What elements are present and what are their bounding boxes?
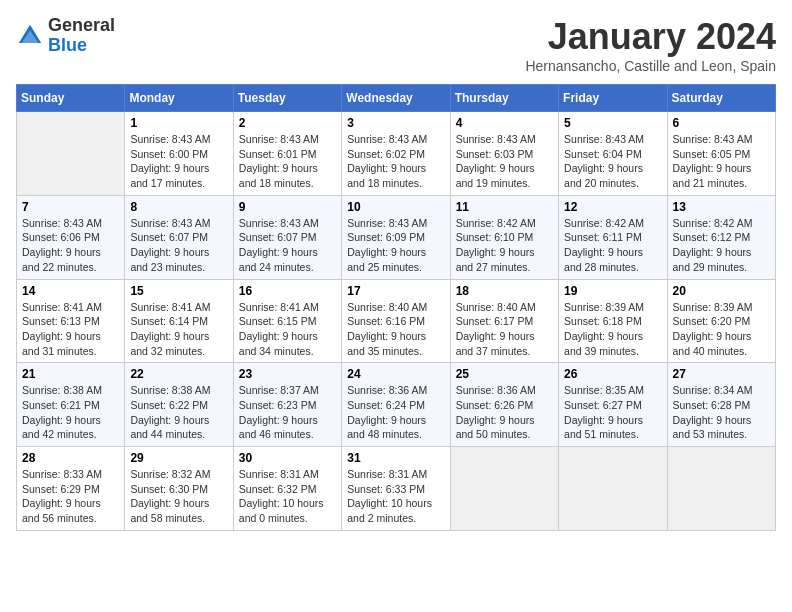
day-number: 26	[564, 367, 661, 381]
header-day: Saturday	[667, 85, 775, 112]
header-day: Friday	[559, 85, 667, 112]
day-number: 3	[347, 116, 444, 130]
day-number: 18	[456, 284, 553, 298]
calendar-week-row: 14Sunrise: 8:41 AMSunset: 6:13 PMDayligh…	[17, 279, 776, 363]
day-detail: Sunrise: 8:43 AMSunset: 6:03 PMDaylight:…	[456, 132, 553, 191]
calendar-cell: 5Sunrise: 8:43 AMSunset: 6:04 PMDaylight…	[559, 112, 667, 196]
day-number: 5	[564, 116, 661, 130]
day-detail: Sunrise: 8:36 AMSunset: 6:24 PMDaylight:…	[347, 383, 444, 442]
calendar-week-row: 21Sunrise: 8:38 AMSunset: 6:21 PMDayligh…	[17, 363, 776, 447]
calendar-cell: 29Sunrise: 8:32 AMSunset: 6:30 PMDayligh…	[125, 447, 233, 531]
calendar-cell	[17, 112, 125, 196]
day-number: 19	[564, 284, 661, 298]
page-header: General Blue January 2024 Hernansancho, …	[16, 16, 776, 74]
logo-text: General Blue	[48, 16, 115, 56]
day-detail: Sunrise: 8:43 AMSunset: 6:05 PMDaylight:…	[673, 132, 770, 191]
calendar-cell: 14Sunrise: 8:41 AMSunset: 6:13 PMDayligh…	[17, 279, 125, 363]
logo: General Blue	[16, 16, 115, 56]
day-number: 14	[22, 284, 119, 298]
day-detail: Sunrise: 8:41 AMSunset: 6:14 PMDaylight:…	[130, 300, 227, 359]
day-detail: Sunrise: 8:32 AMSunset: 6:30 PMDaylight:…	[130, 467, 227, 526]
header-day: Monday	[125, 85, 233, 112]
calendar-cell: 10Sunrise: 8:43 AMSunset: 6:09 PMDayligh…	[342, 195, 450, 279]
calendar-cell: 8Sunrise: 8:43 AMSunset: 6:07 PMDaylight…	[125, 195, 233, 279]
calendar-cell: 28Sunrise: 8:33 AMSunset: 6:29 PMDayligh…	[17, 447, 125, 531]
day-detail: Sunrise: 8:35 AMSunset: 6:27 PMDaylight:…	[564, 383, 661, 442]
day-detail: Sunrise: 8:39 AMSunset: 6:20 PMDaylight:…	[673, 300, 770, 359]
day-number: 1	[130, 116, 227, 130]
calendar-cell: 17Sunrise: 8:40 AMSunset: 6:16 PMDayligh…	[342, 279, 450, 363]
day-number: 24	[347, 367, 444, 381]
calendar-cell: 19Sunrise: 8:39 AMSunset: 6:18 PMDayligh…	[559, 279, 667, 363]
day-number: 29	[130, 451, 227, 465]
header-day: Sunday	[17, 85, 125, 112]
day-number: 27	[673, 367, 770, 381]
day-detail: Sunrise: 8:38 AMSunset: 6:21 PMDaylight:…	[22, 383, 119, 442]
calendar-cell: 18Sunrise: 8:40 AMSunset: 6:17 PMDayligh…	[450, 279, 558, 363]
day-number: 20	[673, 284, 770, 298]
day-detail: Sunrise: 8:43 AMSunset: 6:09 PMDaylight:…	[347, 216, 444, 275]
calendar-cell: 12Sunrise: 8:42 AMSunset: 6:11 PMDayligh…	[559, 195, 667, 279]
calendar-cell: 24Sunrise: 8:36 AMSunset: 6:24 PMDayligh…	[342, 363, 450, 447]
day-number: 15	[130, 284, 227, 298]
calendar-subtitle: Hernansancho, Castille and Leon, Spain	[525, 58, 776, 74]
calendar-cell	[559, 447, 667, 531]
calendar-cell: 25Sunrise: 8:36 AMSunset: 6:26 PMDayligh…	[450, 363, 558, 447]
calendar-cell: 13Sunrise: 8:42 AMSunset: 6:12 PMDayligh…	[667, 195, 775, 279]
calendar-header: SundayMondayTuesdayWednesdayThursdayFrid…	[17, 85, 776, 112]
calendar-cell: 15Sunrise: 8:41 AMSunset: 6:14 PMDayligh…	[125, 279, 233, 363]
calendar-body: 1Sunrise: 8:43 AMSunset: 6:00 PMDaylight…	[17, 112, 776, 531]
day-number: 23	[239, 367, 336, 381]
day-number: 2	[239, 116, 336, 130]
day-number: 30	[239, 451, 336, 465]
day-detail: Sunrise: 8:38 AMSunset: 6:22 PMDaylight:…	[130, 383, 227, 442]
calendar-cell: 7Sunrise: 8:43 AMSunset: 6:06 PMDaylight…	[17, 195, 125, 279]
day-detail: Sunrise: 8:33 AMSunset: 6:29 PMDaylight:…	[22, 467, 119, 526]
day-detail: Sunrise: 8:34 AMSunset: 6:28 PMDaylight:…	[673, 383, 770, 442]
day-detail: Sunrise: 8:42 AMSunset: 6:12 PMDaylight:…	[673, 216, 770, 275]
day-detail: Sunrise: 8:31 AMSunset: 6:33 PMDaylight:…	[347, 467, 444, 526]
calendar-cell: 16Sunrise: 8:41 AMSunset: 6:15 PMDayligh…	[233, 279, 341, 363]
day-detail: Sunrise: 8:40 AMSunset: 6:17 PMDaylight:…	[456, 300, 553, 359]
day-detail: Sunrise: 8:43 AMSunset: 6:02 PMDaylight:…	[347, 132, 444, 191]
day-detail: Sunrise: 8:42 AMSunset: 6:10 PMDaylight:…	[456, 216, 553, 275]
day-detail: Sunrise: 8:43 AMSunset: 6:07 PMDaylight:…	[130, 216, 227, 275]
calendar-cell: 6Sunrise: 8:43 AMSunset: 6:05 PMDaylight…	[667, 112, 775, 196]
calendar-week-row: 28Sunrise: 8:33 AMSunset: 6:29 PMDayligh…	[17, 447, 776, 531]
day-number: 8	[130, 200, 227, 214]
day-number: 22	[130, 367, 227, 381]
day-detail: Sunrise: 8:41 AMSunset: 6:15 PMDaylight:…	[239, 300, 336, 359]
day-detail: Sunrise: 8:43 AMSunset: 6:04 PMDaylight:…	[564, 132, 661, 191]
calendar-cell	[667, 447, 775, 531]
calendar-cell: 23Sunrise: 8:37 AMSunset: 6:23 PMDayligh…	[233, 363, 341, 447]
day-detail: Sunrise: 8:39 AMSunset: 6:18 PMDaylight:…	[564, 300, 661, 359]
title-section: January 2024 Hernansancho, Castille and …	[525, 16, 776, 74]
day-number: 12	[564, 200, 661, 214]
day-detail: Sunrise: 8:42 AMSunset: 6:11 PMDaylight:…	[564, 216, 661, 275]
day-detail: Sunrise: 8:37 AMSunset: 6:23 PMDaylight:…	[239, 383, 336, 442]
calendar-cell: 1Sunrise: 8:43 AMSunset: 6:00 PMDaylight…	[125, 112, 233, 196]
day-detail: Sunrise: 8:43 AMSunset: 6:06 PMDaylight:…	[22, 216, 119, 275]
day-number: 31	[347, 451, 444, 465]
header-day: Tuesday	[233, 85, 341, 112]
day-number: 28	[22, 451, 119, 465]
day-number: 6	[673, 116, 770, 130]
day-number: 10	[347, 200, 444, 214]
calendar-cell: 27Sunrise: 8:34 AMSunset: 6:28 PMDayligh…	[667, 363, 775, 447]
day-detail: Sunrise: 8:36 AMSunset: 6:26 PMDaylight:…	[456, 383, 553, 442]
calendar-cell: 21Sunrise: 8:38 AMSunset: 6:21 PMDayligh…	[17, 363, 125, 447]
calendar-week-row: 7Sunrise: 8:43 AMSunset: 6:06 PMDaylight…	[17, 195, 776, 279]
calendar-cell: 3Sunrise: 8:43 AMSunset: 6:02 PMDaylight…	[342, 112, 450, 196]
day-detail: Sunrise: 8:40 AMSunset: 6:16 PMDaylight:…	[347, 300, 444, 359]
day-number: 17	[347, 284, 444, 298]
calendar-cell: 31Sunrise: 8:31 AMSunset: 6:33 PMDayligh…	[342, 447, 450, 531]
calendar-week-row: 1Sunrise: 8:43 AMSunset: 6:00 PMDaylight…	[17, 112, 776, 196]
calendar-cell: 26Sunrise: 8:35 AMSunset: 6:27 PMDayligh…	[559, 363, 667, 447]
calendar-cell: 4Sunrise: 8:43 AMSunset: 6:03 PMDaylight…	[450, 112, 558, 196]
calendar-cell: 2Sunrise: 8:43 AMSunset: 6:01 PMDaylight…	[233, 112, 341, 196]
day-number: 21	[22, 367, 119, 381]
header-day: Thursday	[450, 85, 558, 112]
calendar-title: January 2024	[525, 16, 776, 58]
header-day: Wednesday	[342, 85, 450, 112]
day-number: 16	[239, 284, 336, 298]
